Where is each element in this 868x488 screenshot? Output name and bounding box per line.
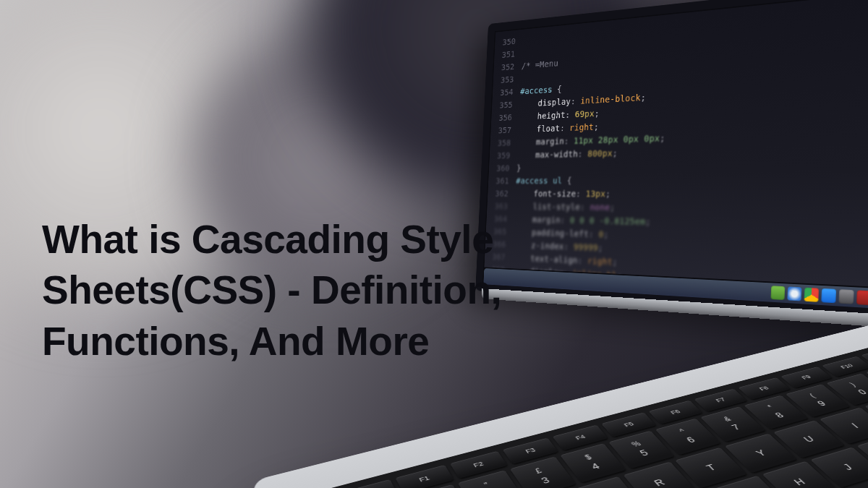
headline-line: Sheets(CSS) - Definition,: [42, 265, 839, 315]
article-title-overlay: What is Cascading Style Sheets(CSS) - De…: [42, 214, 839, 367]
filezilla-icon: [856, 290, 868, 305]
headline-line: Functions, And More: [42, 316, 839, 367]
key-esc: esc: [339, 479, 398, 488]
launchpad-icon: [838, 289, 854, 304]
headline-line: What is Cascading Style: [42, 214, 839, 265]
key-f1: F1: [395, 465, 454, 488]
